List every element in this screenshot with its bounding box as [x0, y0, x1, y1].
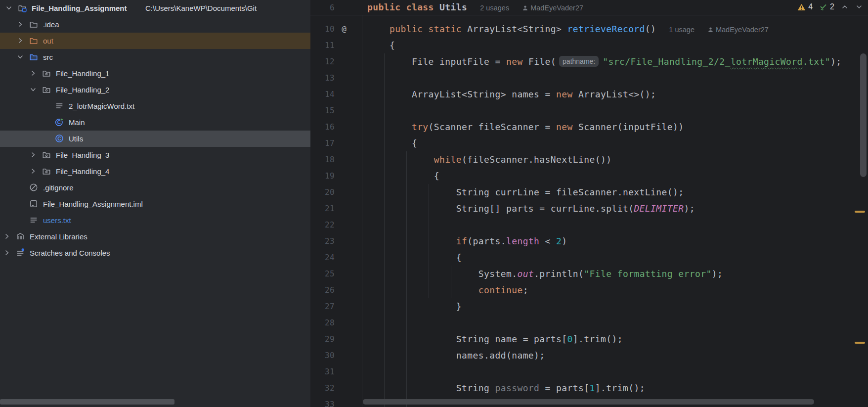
- code-text: System.out.println("File formatting erro…: [367, 266, 723, 282]
- folder-icon: [29, 20, 38, 29]
- code-line-32[interactable]: 32 String password = parts[1].trim();: [310, 380, 868, 396]
- code-line-31[interactable]: 31: [310, 363, 868, 380]
- warning-stripe-mark[interactable]: [855, 211, 865, 213]
- code-token: {: [367, 252, 462, 263]
- editor-horizontal-scrollbar[interactable]: [363, 399, 814, 405]
- code-line-22[interactable]: 22: [310, 217, 868, 233]
- tree-row-users-txt[interactable]: users.txt: [0, 212, 310, 228]
- tree-item-label: File_Handling_3: [56, 147, 109, 163]
- chevron-down-icon[interactable]: [29, 86, 37, 93]
- tree-row-file-handling-1[interactable]: File_Handling_1: [0, 65, 310, 82]
- code-line-14[interactable]: 14 ArrayList<String> names = new ArrayLi…: [310, 86, 868, 102]
- code-line-16[interactable]: 16 try(Scanner fileScanner = new Scanner…: [310, 119, 868, 135]
- tree-row-2-lotrmagicword-txt[interactable]: 2_lotrMagicWord.txt: [0, 98, 310, 114]
- chevron-right-icon[interactable]: [29, 69, 37, 77]
- code-line-12[interactable]: 12 File inputFile = new File(pathname:"s…: [310, 53, 868, 70]
- code-text: public static ArrayList<String> retrieve…: [367, 21, 769, 37]
- code-line-18[interactable]: 18 while(fileScanner.hasNextLine()): [310, 151, 868, 168]
- code-line-25[interactable]: 25 System.out.println("File formatting e…: [310, 266, 868, 282]
- code-token: public class: [367, 2, 439, 12]
- package-icon: [42, 150, 51, 159]
- tree-row-file-handling-3[interactable]: File_Handling_3: [0, 147, 310, 163]
- next-problem-button[interactable]: [855, 3, 863, 11]
- passed-count-button[interactable]: 2: [819, 2, 834, 11]
- chevron-down-icon[interactable]: [16, 53, 24, 61]
- chevron-right-icon[interactable]: [29, 151, 37, 159]
- chevron-right-icon[interactable]: [16, 37, 24, 45]
- code-author-inlay[interactable]: MadEyeVader27: [707, 26, 769, 34]
- code-line-19[interactable]: 19 {: [310, 168, 868, 184]
- sticky-line-class-header[interactable]: 6 public class Utils2 usagesMadEyeVader2…: [310, 0, 868, 15]
- code-editor[interactable]: 910@ public static ArrayList<String> ret…: [310, 0, 868, 407]
- tree-row-file-handling-assignment-iml[interactable]: File_Handling_Assignment.iml: [0, 196, 310, 212]
- annotation-gutter-icon[interactable]: @: [335, 24, 353, 34]
- code-token: names.add(name);: [367, 350, 545, 361]
- code-token: new: [556, 122, 578, 132]
- project-tree-panel: File_Handling_AssignmentC:\Users\KaneWP\…: [0, 0, 310, 407]
- ignored-icon: [29, 183, 38, 192]
- code-text: ArrayList<String> names = new ArrayList<…: [367, 86, 656, 102]
- code-line-30[interactable]: 30 names.add(name);: [310, 347, 868, 363]
- code-token: try: [367, 122, 429, 132]
- code-line-27[interactable]: 27 }: [310, 298, 868, 315]
- warning-stripe-mark[interactable]: [855, 342, 865, 344]
- tree-item-label: Utils: [69, 131, 83, 147]
- code-text: if(parts.length < 2): [367, 233, 567, 249]
- code-text: continue;: [367, 282, 528, 298]
- ide-window: File_Handling_AssignmentC:\Users\KaneWP\…: [0, 0, 868, 407]
- usage-count-inlay[interactable]: 1 usage: [669, 26, 694, 34]
- code-token: (parts.: [467, 236, 506, 246]
- code-token: String currLine = fileScanner.nextLine()…: [367, 187, 684, 197]
- code-line-11[interactable]: 11 {: [310, 37, 868, 53]
- tree-row-main[interactable]: CMain: [0, 114, 310, 131]
- tree-horizontal-scrollbar[interactable]: [0, 399, 174, 405]
- project-icon: [18, 3, 27, 12]
- tree-row-file-handling-assignment[interactable]: File_Handling_AssignmentC:\Users\KaneWP\…: [0, 0, 310, 16]
- code-text: {: [367, 37, 395, 53]
- code-line-24[interactable]: 24 {: [310, 249, 868, 266]
- chevron-right-icon[interactable]: [29, 167, 37, 175]
- code-line-26[interactable]: 26 continue;: [310, 282, 868, 298]
- code-line-28[interactable]: 28: [310, 315, 868, 331]
- usage-count-inlay[interactable]: 2 usages: [480, 4, 509, 12]
- tree-row-idea[interactable]: .idea: [0, 16, 310, 33]
- chevron-right-icon[interactable]: [3, 232, 11, 240]
- code-token: (fileScanner.hasNextLine()): [462, 154, 611, 165]
- passed-count: 2: [830, 2, 834, 11]
- code-lines-container: 910@ public static ArrayList<String> ret…: [310, 4, 868, 407]
- code-line-13[interactable]: 13: [310, 70, 868, 86]
- package-icon: [42, 69, 51, 78]
- tree-row-file-handling-2[interactable]: File_Handling_2: [0, 82, 310, 98]
- code-token: Utils: [439, 2, 467, 12]
- tree-row-external-libraries[interactable]: External Libraries: [0, 228, 310, 245]
- editor-vertical-scrollbar[interactable]: [860, 53, 867, 177]
- code-line-23[interactable]: 23 if(parts.length < 2): [310, 233, 868, 249]
- tree-row-file-handling-4[interactable]: File_Handling_4: [0, 163, 310, 180]
- tree-row-out[interactable]: out: [0, 33, 310, 49]
- code-token: System.: [367, 269, 517, 279]
- code-author-inlay[interactable]: MadEyeVader27: [522, 4, 583, 12]
- code-line-20[interactable]: 20 String currLine = fileScanner.nextLin…: [310, 184, 868, 200]
- code-line-15[interactable]: 15: [310, 102, 868, 119]
- code-line-29[interactable]: 29 String name = parts[0].trim();: [310, 331, 868, 347]
- class-run-icon: C: [55, 118, 64, 127]
- tree-row-gitignore[interactable]: .gitignore: [0, 180, 310, 196]
- code-line-17[interactable]: 17 {: [310, 135, 868, 151]
- code-token: String[] parts = currLine.split(: [367, 203, 634, 214]
- scratches-icon: [16, 248, 25, 257]
- chevron-right-icon[interactable]: [16, 20, 24, 28]
- code-token: ArrayList<String> names =: [367, 89, 556, 99]
- tree-row-src[interactable]: src: [0, 49, 310, 65]
- code-line-10[interactable]: 10@ public static ArrayList<String> retr…: [310, 21, 868, 37]
- warnings-count-button[interactable]: 4: [797, 2, 813, 11]
- chevron-down-icon[interactable]: [5, 4, 13, 12]
- chevron-right-icon[interactable]: [3, 249, 11, 257]
- code-line-21[interactable]: 21 String[] parts = currLine.split(DELIM…: [310, 200, 868, 217]
- code-text: {: [367, 249, 462, 266]
- line-number: 19: [310, 171, 335, 181]
- previous-problem-button[interactable]: [841, 3, 849, 11]
- tree-row-scratches-and-consoles[interactable]: Scratches and Consoles: [0, 245, 310, 261]
- tree-row-utils[interactable]: CUtils: [0, 131, 310, 147]
- line-number: 21: [310, 204, 335, 213]
- code-token: }: [367, 301, 462, 312]
